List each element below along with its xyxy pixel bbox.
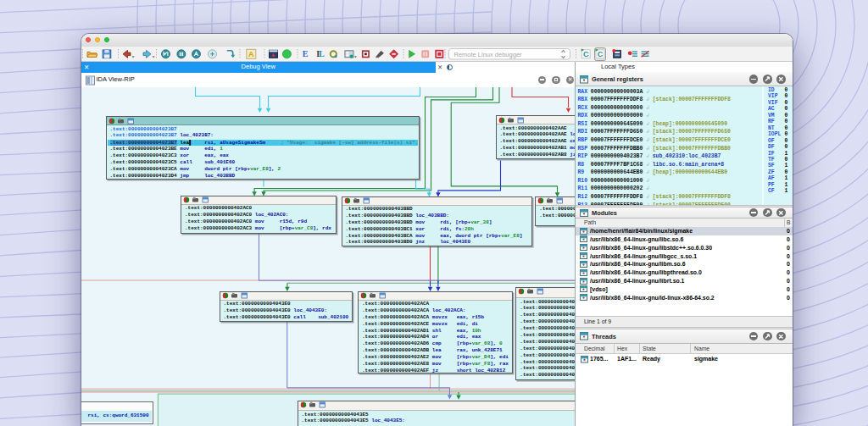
svg-text:A: A bbox=[248, 50, 254, 58]
svg-text:Remote Linux debugger: Remote Linux debugger bbox=[453, 50, 522, 58]
svg-text:C: C bbox=[597, 50, 603, 58]
svg-text:C: C bbox=[582, 50, 588, 58]
svg-text:L: L bbox=[319, 49, 325, 58]
svg-text:E: E bbox=[302, 49, 308, 58]
